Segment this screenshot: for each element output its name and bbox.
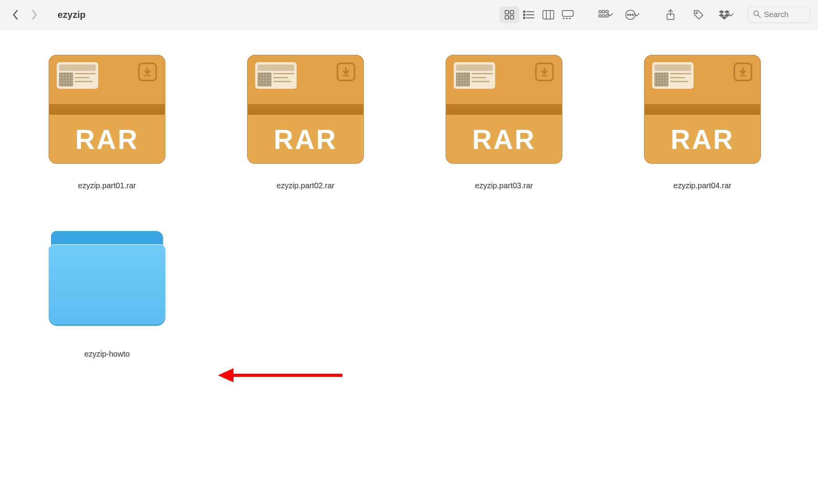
- view-columns-button[interactable]: [539, 7, 558, 23]
- svg-rect-14: [563, 18, 565, 19]
- svg-point-6: [523, 14, 525, 16]
- folder-item[interactable]: ezyzip-howto: [16, 221, 198, 359]
- share-button[interactable]: [661, 7, 680, 23]
- folder-icon: [45, 221, 169, 334]
- svg-rect-0: [505, 10, 509, 14]
- svg-rect-1: [510, 10, 514, 14]
- file-item[interactable]: RAR ezyzip.part01.rar: [16, 53, 198, 190]
- rar-icon: RAR: [640, 53, 765, 166]
- svg-rect-18: [602, 10, 605, 13]
- rar-icon: RAR: [442, 53, 566, 166]
- file-label: ezyzip.part01.rar: [78, 181, 136, 190]
- tags-button[interactable]: [689, 7, 708, 23]
- rar-badge: RAR: [645, 124, 760, 155]
- svg-rect-10: [543, 10, 554, 19]
- file-label: ezyzip.part04.rar: [674, 181, 732, 190]
- rar-badge: RAR: [49, 124, 165, 155]
- window-title: ezyzip: [58, 9, 86, 20]
- svg-rect-17: [599, 10, 601, 13]
- svg-point-25: [630, 14, 631, 15]
- svg-rect-3: [510, 16, 514, 19]
- svg-point-28: [696, 12, 697, 14]
- svg-line-30: [758, 15, 760, 18]
- rar-badge: RAR: [446, 124, 562, 155]
- svg-rect-13: [562, 10, 573, 16]
- svg-rect-34: [740, 75, 746, 76]
- rar-badge: RAR: [248, 124, 363, 155]
- svg-point-4: [523, 11, 525, 12]
- svg-rect-16: [569, 18, 571, 19]
- folder-label: ezyzip-howto: [84, 350, 130, 359]
- toolbar-right: [661, 7, 735, 23]
- more-actions-button[interactable]: [623, 7, 641, 23]
- search-input[interactable]: [764, 10, 805, 19]
- file-item[interactable]: RAR ezyzip.part03.rar: [413, 53, 595, 190]
- view-gallery-button[interactable]: [558, 7, 578, 23]
- svg-rect-21: [602, 15, 605, 17]
- svg-rect-33: [541, 75, 548, 76]
- svg-rect-15: [566, 18, 568, 19]
- view-icons-button[interactable]: [500, 7, 519, 23]
- search-icon: [753, 10, 761, 19]
- svg-point-29: [754, 11, 758, 16]
- group-by-button[interactable]: [597, 7, 615, 23]
- finder-toolbar: ezyzip: [0, 0, 818, 30]
- svg-rect-20: [599, 15, 601, 17]
- file-label: ezyzip.part03.rar: [475, 181, 533, 190]
- svg-rect-31: [144, 75, 151, 76]
- nav-buttons: [12, 11, 38, 19]
- search-box[interactable]: [748, 7, 810, 23]
- view-mode-group: [500, 7, 578, 23]
- toolbar-actions: [597, 7, 641, 23]
- rar-icon: RAR: [243, 53, 368, 166]
- rar-icon: RAR: [45, 53, 169, 166]
- svg-point-8: [523, 17, 525, 19]
- svg-rect-32: [343, 75, 349, 76]
- icon-grid: RAR ezyzip.part01.rar RAR ezyzip.part02.…: [0, 30, 818, 382]
- dropbox-button[interactable]: [717, 7, 735, 23]
- file-label: ezyzip.part02.rar: [277, 181, 335, 190]
- svg-rect-2: [505, 16, 509, 19]
- svg-point-24: [627, 14, 628, 15]
- file-item[interactable]: RAR ezyzip.part04.rar: [611, 53, 794, 190]
- file-item[interactable]: RAR ezyzip.part02.rar: [214, 53, 397, 190]
- view-list-button[interactable]: [519, 7, 539, 23]
- back-button[interactable]: [12, 11, 19, 19]
- forward-button[interactable]: [30, 11, 38, 19]
